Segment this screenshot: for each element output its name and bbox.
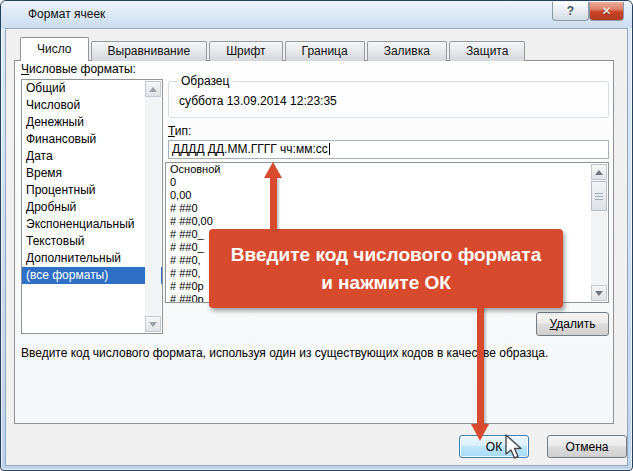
close-icon: ✕ bbox=[601, 4, 611, 18]
type-input[interactable]: ДДДД ДД.ММ.ГГГГ чч:мм:сс bbox=[168, 140, 609, 159]
arrow-down-icon bbox=[471, 424, 489, 441]
triangle-down-icon bbox=[595, 291, 603, 296]
sample-label: Образец bbox=[177, 74, 233, 88]
delete-button[interactable]: Удалить bbox=[536, 312, 609, 336]
scrollbar-down-button[interactable] bbox=[591, 285, 607, 301]
help-icon: ? bbox=[567, 4, 574, 18]
scrollbar-grip-icon bbox=[595, 193, 603, 200]
scrollbar-thumb[interactable] bbox=[591, 181, 607, 211]
list-item[interactable]: Числовой bbox=[22, 97, 162, 114]
annotation-arrow-down bbox=[477, 307, 484, 425]
list-item[interactable]: 0 bbox=[166, 176, 608, 189]
tab[interactable]: Выравнивание bbox=[91, 41, 208, 61]
list-item[interactable]: Общий bbox=[22, 80, 162, 97]
mouse-cursor-icon bbox=[504, 434, 528, 460]
tab[interactable]: Защита bbox=[449, 41, 526, 61]
triangle-up-icon bbox=[595, 170, 603, 175]
type-input-value: ДДДД ДД.ММ.ГГГГ чч:мм:сс bbox=[172, 142, 328, 156]
annotation-arrow-up bbox=[270, 177, 277, 230]
number-formats-scrollbar[interactable] bbox=[145, 81, 161, 332]
list-item[interactable]: # ##0,00 bbox=[166, 215, 608, 228]
list-item[interactable]: Текстовый bbox=[22, 233, 162, 250]
sample-groupbox: Образец суббота 13.09.2014 12:23:35 bbox=[168, 81, 609, 118]
scrollbar-up-button[interactable] bbox=[591, 164, 607, 180]
tab-bar: ЧислоВыравниваниеШрифтГраницаЗаливкаЗащи… bbox=[20, 37, 525, 61]
tab[interactable]: Заливка bbox=[367, 41, 447, 61]
close-button[interactable]: ✕ bbox=[589, 2, 624, 21]
list-item[interactable]: Дополнительный bbox=[22, 250, 162, 267]
number-formats-label: Числовые форматы: bbox=[21, 62, 136, 76]
format-cells-dialog: Формат ячеек ? ✕ ЧислоВыравниваниеШрифтГ… bbox=[0, 0, 633, 471]
scrollbar-down-button[interactable] bbox=[145, 316, 161, 332]
number-formats-items: ОбщийЧисловойДенежныйФинансовыйДатаВремя… bbox=[22, 80, 162, 284]
description-text: Введите код числового формата, используя… bbox=[21, 346, 613, 360]
tab[interactable]: Граница bbox=[285, 41, 365, 61]
list-item[interactable]: Процентный bbox=[22, 182, 162, 199]
title-bar[interactable]: Формат ячеек ? ✕ bbox=[1, 1, 632, 28]
list-item[interactable]: Время bbox=[22, 165, 162, 182]
list-item[interactable]: # ##0 bbox=[166, 202, 608, 215]
list-item[interactable]: Дата bbox=[22, 148, 162, 165]
text-caret bbox=[329, 143, 330, 155]
list-item[interactable]: Дробный bbox=[22, 199, 162, 216]
list-item[interactable]: (все форматы) bbox=[22, 267, 162, 284]
number-formats-list[interactable]: ОбщийЧисловойДенежныйФинансовыйДатаВремя… bbox=[21, 79, 163, 334]
list-item[interactable]: Основной bbox=[166, 163, 608, 176]
scrollbar-up-button[interactable] bbox=[145, 81, 161, 97]
type-label: Тип: bbox=[168, 124, 191, 138]
window-title: Формат ячеек bbox=[28, 7, 105, 21]
help-button[interactable]: ? bbox=[552, 2, 589, 21]
sample-value: суббота 13.09.2014 12:23:35 bbox=[179, 94, 337, 108]
cancel-button[interactable]: Отмена bbox=[547, 435, 627, 458]
tab-active[interactable]: Число bbox=[20, 37, 89, 61]
annotation-callout: Введите код числового формата и нажмите … bbox=[209, 229, 563, 308]
list-item[interactable]: Экспоненциальный bbox=[22, 216, 162, 233]
arrow-up-icon bbox=[264, 162, 282, 178]
triangle-down-icon bbox=[149, 322, 157, 327]
list-item[interactable]: 0,00 bbox=[166, 189, 608, 202]
list-item[interactable]: Финансовый bbox=[22, 131, 162, 148]
triangle-up-icon bbox=[149, 87, 157, 92]
list-item[interactable]: Денежный bbox=[22, 114, 162, 131]
format-codes-scrollbar[interactable] bbox=[591, 164, 607, 301]
tab[interactable]: Шрифт bbox=[209, 41, 282, 61]
